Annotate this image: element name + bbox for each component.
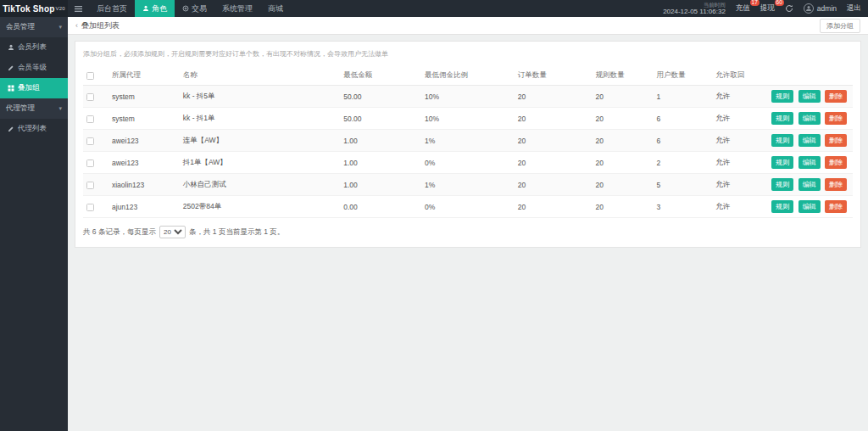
chevron-down-icon: ▾ — [58, 105, 62, 112]
rules-button[interactable]: 规则 — [771, 90, 793, 103]
cell-agent: system — [108, 86, 180, 108]
cell-min-commission: 1% — [421, 130, 515, 152]
sidebar-group-members[interactable]: 会员管理 ▾ — [0, 17, 68, 37]
cell-min-amount: 50.00 — [340, 86, 421, 108]
cell-name: kk - 抖1单 — [180, 108, 340, 130]
add-group-button[interactable]: 添加分组 — [820, 19, 860, 33]
edit-button[interactable]: 编辑 — [798, 178, 821, 191]
withdraw-badge: 60 — [775, 0, 784, 6]
cell-orders: 20 — [515, 174, 593, 196]
page-title: 叠加组列表 — [81, 20, 120, 31]
row-checkbox[interactable] — [86, 93, 94, 101]
cell-min-commission: 10% — [421, 108, 515, 130]
cell-orders: 20 — [515, 130, 593, 152]
cell-allow: 允许 — [712, 130, 768, 152]
rules-button[interactable]: 规则 — [771, 112, 793, 125]
cell-name: 抖1单【AW】 — [180, 152, 340, 174]
col-agent: 所属代理 — [108, 66, 180, 86]
nav-item-roles[interactable]: 角色 — [135, 0, 175, 17]
delete-button[interactable]: 删除 — [825, 134, 847, 147]
cell-rules: 20 — [593, 196, 654, 218]
cell-min-commission: 10% — [421, 86, 515, 108]
nav-item-mall[interactable]: 商城 — [260, 0, 291, 17]
withdraw-link[interactable]: 提现 60 — [760, 3, 775, 14]
delete-button[interactable]: 删除 — [825, 112, 847, 125]
rules-button[interactable]: 规则 — [771, 200, 793, 213]
logo-text: TikTok Shop — [3, 4, 54, 14]
current-time: 当前时间 2024-12-05 11:06:32 — [663, 2, 726, 16]
edit-button[interactable]: 编辑 — [798, 112, 821, 125]
sidebar-item-stack-group[interactable]: 叠加组 — [0, 78, 68, 98]
cell-users: 1 — [653, 86, 712, 108]
delete-button[interactable]: 删除 — [825, 200, 847, 213]
edit-button[interactable]: 编辑 — [798, 134, 821, 147]
notice-text: 添加分组后，必须添加规则，开启规则需要对应好订单个数，有出现不对称情况，会导致用… — [83, 49, 853, 59]
cell-agent: xiaolin123 — [108, 174, 180, 196]
pencil-icon — [8, 64, 14, 71]
delete-button[interactable]: 删除 — [825, 156, 847, 169]
col-rules: 规则数量 — [593, 66, 654, 86]
nav-item-system[interactable]: 系统管理 — [214, 0, 260, 17]
recharge-link[interactable]: 充值 17 — [736, 3, 750, 14]
cell-users: 6 — [653, 108, 712, 130]
per-page-select[interactable]: 20 — [159, 226, 186, 238]
row-checkbox[interactable] — [86, 160, 94, 167]
nav-item-home[interactable]: 后台首页 — [89, 0, 135, 17]
app-logo: TikTok ShopV20 — [0, 0, 68, 17]
cell-users: 5 — [653, 174, 712, 196]
edit-button[interactable]: 编辑 — [798, 156, 821, 169]
cell-rules: 20 — [593, 174, 654, 196]
logout-button[interactable]: 退出 — [847, 3, 861, 14]
cell-min-amount: 1.00 — [340, 130, 421, 152]
sidebar-item-agent-list[interactable]: 代理列表 — [0, 119, 68, 139]
cell-agent: ajun123 — [108, 196, 180, 218]
table-row: xiaolin123 小林自己测试 1.00 1% 20 20 5 允许 规则 … — [83, 174, 853, 196]
cell-allow: 允许 — [712, 152, 768, 174]
cell-agent: awei123 — [108, 152, 180, 174]
table-body: system kk - 抖5单 50.00 10% 20 20 1 允许 规则 … — [83, 86, 853, 218]
time-value: 2024-12-05 11:06:32 — [663, 8, 726, 15]
cell-rules: 20 — [593, 108, 654, 130]
cell-name: kk - 抖5单 — [180, 86, 340, 108]
table-row: system kk - 抖1单 50.00 10% 20 20 6 允许 规则 … — [83, 108, 853, 130]
sidebar-item-member-list[interactable]: 会员列表 — [0, 37, 68, 58]
cell-orders: 20 — [515, 152, 593, 174]
user-menu[interactable]: admin — [804, 3, 837, 14]
chevron-left-icon[interactable]: ‹ — [75, 21, 78, 30]
sidebar-group-agents[interactable]: 代理管理 ▾ — [0, 98, 68, 119]
row-checkbox[interactable] — [86, 115, 94, 123]
menu-toggle-icon[interactable] — [68, 0, 89, 17]
edit-button[interactable]: 编辑 — [798, 90, 821, 103]
rules-button[interactable]: 规则 — [771, 156, 793, 169]
delete-button[interactable]: 删除 — [825, 178, 847, 191]
row-checkbox[interactable] — [86, 137, 94, 145]
row-checkbox[interactable] — [86, 182, 94, 189]
cell-name: 连单【AW】 — [180, 130, 340, 152]
refresh-icon[interactable] — [785, 4, 793, 13]
breadcrumb: ‹ 叠加组列表 添加分组 — [68, 17, 868, 35]
row-checkbox[interactable] — [86, 204, 94, 211]
cell-allow: 允许 — [712, 108, 768, 130]
rules-button[interactable]: 规则 — [771, 178, 793, 191]
sidebar: 会员管理 ▾ 会员列表 会员等级 叠加组 代理管理 ▾ 代理列表 — [0, 17, 68, 431]
cell-min-commission: 1% — [421, 174, 515, 196]
table-row: ajun123 2502带84单 0.00 0% 20 20 3 允许 规则 编… — [83, 196, 853, 218]
table-panel: 添加分组后，必须添加规则，开启规则需要对应好订单个数，有出现不对称情况，会导致用… — [75, 41, 861, 248]
content: ‹ 叠加组列表 添加分组 添加分组后，必须添加规则，开启规则需要对应好订单个数，… — [68, 17, 868, 431]
col-min-commission: 最低佣金比例 — [421, 66, 515, 86]
cell-min-amount: 0.00 — [340, 196, 421, 218]
chevron-down-icon: ▾ — [58, 24, 62, 31]
nav-item-trade[interactable]: 交易 — [175, 0, 214, 17]
pagination: 共 6 条记录，每页显示 20 条，共 1 页当前显示第 1 页。 — [83, 226, 853, 238]
cell-users: 2 — [653, 152, 712, 174]
table-header-row: 所属代理 名称 最低金额 最低佣金比例 订单数量 规则数量 用户数量 允许取回 — [83, 66, 853, 86]
sidebar-item-member-level[interactable]: 会员等级 — [0, 58, 68, 78]
pencil-icon — [8, 126, 14, 132]
select-all-checkbox[interactable] — [86, 72, 94, 80]
cell-allow: 允许 — [712, 196, 768, 218]
delete-button[interactable]: 删除 — [825, 90, 847, 103]
cell-min-commission: 0% — [421, 196, 515, 218]
cell-name: 小林自己测试 — [180, 174, 340, 196]
edit-button[interactable]: 编辑 — [798, 200, 821, 213]
rules-button[interactable]: 规则 — [771, 134, 793, 147]
